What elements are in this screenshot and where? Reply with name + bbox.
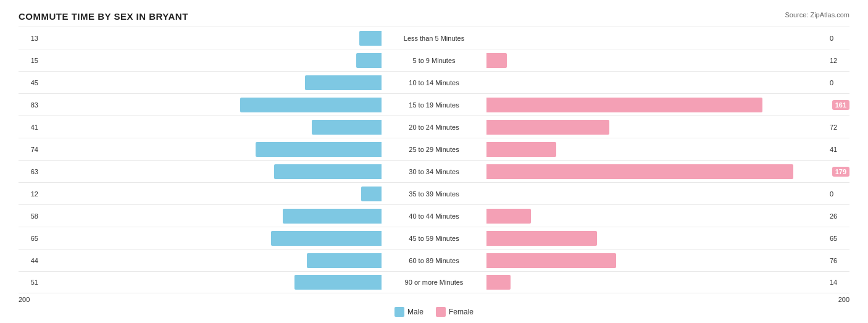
right-section: 0: [486, 72, 849, 93]
right-section: 41: [486, 138, 849, 160]
bar-row: 51 90 or more Minutes 14: [19, 271, 849, 293]
axis-row: 200 200: [19, 296, 849, 303]
female-bar-container: [486, 120, 827, 135]
bar-row: 44 60 to 89 Minutes 76: [19, 249, 849, 271]
female-bar: [486, 142, 556, 157]
male-value: 83: [19, 101, 38, 109]
male-value: 51: [19, 279, 38, 286]
male-bar-container: [41, 75, 382, 90]
male-bar-container: [41, 53, 382, 68]
left-section: 63: [19, 161, 382, 182]
right-section: 14: [486, 272, 849, 293]
left-section: 83: [19, 94, 382, 115]
legend-male-box: [394, 307, 404, 317]
row-label: 25 to 29 Minutes: [382, 146, 486, 153]
female-value: 0: [830, 79, 849, 86]
female-bar-container: [486, 164, 830, 179]
source-text: Source: ZipAtlas.com: [785, 11, 849, 19]
female-value: 12: [830, 57, 849, 64]
right-section: 72: [486, 116, 849, 138]
left-section: 44: [19, 250, 382, 271]
right-section: 161: [486, 94, 849, 115]
female-bar-container: [486, 209, 827, 224]
legend-male-label: Male: [407, 308, 424, 316]
female-bar-container: [486, 231, 827, 246]
bar-row: 83 15 to 19 Minutes 161: [19, 93, 849, 115]
left-section: 45: [19, 72, 382, 93]
male-bar: [283, 209, 382, 224]
female-bar: [486, 253, 616, 268]
female-value: 161: [832, 100, 849, 110]
right-section: 76: [486, 250, 849, 271]
bar-row: 63 30 to 34 Minutes 179: [19, 160, 849, 182]
male-value: 44: [19, 257, 38, 264]
male-bar: [274, 164, 382, 179]
bar-row: 74 25 to 29 Minutes 41: [19, 138, 849, 160]
axis-left: 200: [19, 296, 30, 303]
bar-row: 41 20 to 24 Minutes 72: [19, 115, 849, 138]
row-label: Less than 5 Minutes: [382, 35, 486, 42]
female-bar-container: [486, 98, 830, 112]
male-bar-container: [41, 164, 382, 179]
female-bar-container: [486, 142, 827, 157]
male-bar-container: [41, 253, 382, 268]
male-bar: [305, 75, 382, 90]
male-value: 58: [19, 212, 38, 220]
female-bar-container: [486, 275, 827, 290]
female-bar-container: [486, 31, 827, 46]
row-label: 20 to 24 Minutes: [382, 124, 486, 131]
male-bar: [307, 253, 382, 268]
row-label: 5 to 9 Minutes: [382, 57, 486, 64]
left-section: 65: [19, 227, 382, 249]
row-label: 15 to 19 Minutes: [382, 101, 486, 109]
bar-row: 15 5 to 9 Minutes 12: [19, 49, 849, 71]
female-bar: [486, 53, 507, 68]
male-value: 12: [19, 190, 38, 198]
female-value: 14: [830, 279, 849, 286]
male-bar: [361, 187, 382, 201]
left-section: 15: [19, 49, 382, 71]
chart-title: COMMUTE TIME BY SEX IN BRYANT: [19, 11, 849, 22]
male-bar: [312, 120, 382, 135]
male-bar-container: [41, 275, 382, 290]
bar-row: 12 35 to 39 Minutes 0: [19, 182, 849, 204]
legend-female: Female: [436, 307, 474, 317]
row-label: 45 to 59 Minutes: [382, 235, 486, 242]
legend-female-box: [436, 307, 446, 317]
row-label: 30 to 34 Minutes: [382, 168, 486, 175]
male-value: 63: [19, 168, 38, 175]
bar-row: 45 10 to 14 Minutes 0: [19, 71, 849, 93]
legend: Male Female: [19, 307, 849, 317]
female-value: 72: [830, 124, 849, 131]
female-bar: [486, 164, 793, 179]
male-value: 13: [19, 35, 38, 42]
row-label: 40 to 44 Minutes: [382, 212, 486, 220]
male-bar: [271, 231, 382, 246]
male-value: 65: [19, 235, 38, 242]
female-bar: [486, 120, 609, 135]
male-bar-container: [41, 98, 382, 112]
female-bar-container: [486, 75, 827, 90]
female-value: 65: [830, 235, 849, 242]
male-bar-container: [41, 231, 382, 246]
bar-row: 65 45 to 59 Minutes 65: [19, 227, 849, 249]
female-value: 76: [830, 257, 849, 264]
male-bar: [256, 142, 382, 157]
row-label: 60 to 89 Minutes: [382, 257, 486, 264]
bars-area: 13 Less than 5 Minutes 0 15 5 to 9 Minut…: [19, 27, 849, 293]
right-section: 26: [486, 205, 849, 227]
legend-male: Male: [394, 307, 424, 317]
right-section: 0: [486, 27, 849, 49]
right-section: 179: [486, 161, 849, 182]
female-bar: [486, 209, 531, 224]
female-value: 179: [832, 167, 849, 177]
male-value: 15: [19, 57, 38, 64]
female-bar-container: [486, 187, 827, 201]
male-bar-container: [41, 209, 382, 224]
female-bar: [486, 231, 597, 246]
male-bar-container: [41, 120, 382, 135]
female-bar: [486, 275, 511, 290]
row-label: 90 or more Minutes: [382, 279, 486, 286]
female-value: 41: [830, 146, 849, 153]
female-bar-container: [486, 253, 827, 268]
